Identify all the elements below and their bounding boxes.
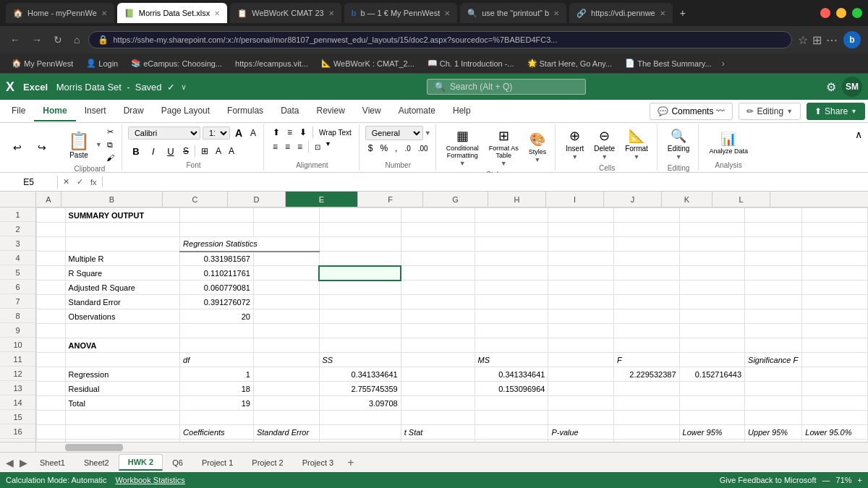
align-right-button[interactable]: ≡ (294, 140, 305, 153)
cell-f2[interactable] (401, 223, 475, 237)
paste-button[interactable]: 📋 Paste (62, 128, 95, 162)
reload-button[interactable]: ↻ (51, 33, 65, 47)
cell-l15[interactable] (802, 411, 868, 425)
cell-l1[interactable] (802, 208, 868, 223)
insert-cells-button[interactable]: ⊕ Insert ▼ (561, 126, 588, 163)
bold-button[interactable]: B (128, 143, 144, 159)
cell-a13[interactable] (37, 382, 66, 396)
row-16[interactable]: 16 (0, 424, 35, 439)
cell-e1[interactable] (319, 208, 401, 223)
cell-c15[interactable] (180, 411, 254, 425)
cell-f12[interactable] (401, 367, 475, 382)
cell-l4[interactable] (802, 252, 868, 266)
strikethrough-button[interactable]: S (180, 145, 192, 158)
sheet-tab-q6[interactable]: Q6 (163, 455, 192, 471)
cell-l13[interactable] (802, 382, 868, 396)
sheet-tab-project3[interactable]: Project 3 (293, 455, 343, 471)
cell-h7[interactable] (548, 295, 614, 309)
editing-mode-button[interactable]: ✏ Editing ▼ (739, 103, 801, 120)
cell-e11[interactable]: SS (319, 353, 401, 367)
cell-c6[interactable]: 0.060779081 (180, 281, 254, 295)
tab-vdi-close[interactable]: ✕ (660, 9, 665, 17)
analyze-data-button[interactable]: 📊 Analyze Data (705, 129, 752, 157)
tab-printout[interactable]: 🔍 use the "printout" b ✕ (460, 3, 566, 23)
align-middle-button[interactable]: ≡ (284, 126, 295, 139)
cell-g17[interactable] (475, 440, 548, 442)
cell-h14[interactable] (548, 396, 614, 411)
cell-i2[interactable] (613, 223, 679, 237)
cell-e16[interactable] (319, 425, 401, 440)
cell-f3[interactable] (401, 237, 475, 252)
cell-i10[interactable] (613, 338, 679, 353)
col-header-c[interactable]: C (163, 192, 228, 207)
cell-a8[interactable] (37, 309, 66, 324)
cell-k3[interactable] (745, 237, 802, 252)
cell-i3[interactable] (613, 237, 679, 252)
cell-g15[interactable] (475, 411, 548, 425)
cell-k12[interactable] (745, 367, 802, 382)
ribbon-tab-automate[interactable]: Automate (390, 101, 444, 121)
cell-a15[interactable] (37, 411, 66, 425)
maximize-window-btn[interactable] (852, 8, 862, 18)
cell-k11[interactable]: Significance F (745, 353, 802, 367)
cell-l2[interactable] (802, 223, 868, 237)
cell-d7[interactable] (253, 295, 319, 309)
cell-d13[interactable] (253, 382, 319, 396)
cell-c17[interactable]: 3.346392157 (180, 440, 254, 442)
cell-c16[interactable]: Coefficients (180, 425, 254, 440)
row-13[interactable]: 13 (0, 381, 35, 395)
tab-mypennwest[interactable]: b b — 1 € My PennWest ✕ (344, 3, 458, 23)
cell-g2[interactable] (475, 223, 548, 237)
cell-c12[interactable]: 1 (180, 367, 254, 382)
cell-f13[interactable] (401, 382, 475, 396)
cell-l16[interactable]: Lower 95.0% (802, 425, 868, 440)
cell-l5[interactable] (802, 266, 868, 281)
cell-e10[interactable] (319, 338, 401, 353)
select-all-button[interactable] (0, 192, 36, 207)
cell-e14[interactable]: 3.09708 (319, 396, 401, 411)
ribbon-tab-draw[interactable]: Draw (115, 101, 153, 121)
cell-d5[interactable] (253, 266, 319, 281)
cell-e9[interactable] (319, 324, 401, 338)
cell-styles-button[interactable]: 🎨 Styles ▼ (524, 129, 551, 166)
cell-d10[interactable] (253, 338, 319, 353)
forward-button[interactable]: → (29, 33, 45, 47)
close-window-btn[interactable] (820, 8, 830, 18)
redo-button[interactable]: ↪ (30, 140, 54, 155)
cell-i12[interactable]: 2.229532387 (613, 367, 679, 382)
cell-c4[interactable]: 0.331981567 (180, 252, 254, 266)
align-bottom-button[interactable]: ⬇ (297, 126, 310, 139)
cell-e13[interactable]: 2.755745359 (319, 382, 401, 396)
cell-j7[interactable] (679, 295, 745, 309)
cell-l11[interactable] (802, 353, 868, 367)
cell-d8[interactable] (253, 309, 319, 324)
sheet-tab-sheet2[interactable]: Sheet2 (75, 455, 119, 471)
zoom-in-button[interactable]: + (858, 476, 862, 484)
col-header-k[interactable]: K (662, 192, 712, 207)
bookmark-ch1[interactable]: 📖 Ch. 1 Introduction -... (422, 57, 520, 69)
cell-f11[interactable] (401, 353, 475, 367)
more-icon[interactable]: ⋯ (826, 33, 838, 47)
settings-icon[interactable]: ⚙ (826, 80, 836, 94)
cell-i9[interactable] (613, 324, 679, 338)
collections-icon[interactable]: ⊞ (812, 33, 822, 47)
back-button[interactable]: ← (7, 33, 23, 47)
hscroll-track[interactable] (36, 442, 868, 453)
cell-g7[interactable] (475, 295, 548, 309)
cell-d14[interactable] (253, 396, 319, 411)
cancel-formula-icon[interactable]: ✕ (61, 176, 72, 187)
cell-a16[interactable] (37, 425, 66, 440)
cell-c3[interactable]: Regression Statistics (180, 237, 319, 252)
ribbon-tab-home[interactable]: Home (34, 101, 75, 121)
cell-a12[interactable] (37, 367, 66, 382)
editing-ribbon-button[interactable]: 🔍 Editing ▼ (663, 126, 694, 163)
col-header-d[interactable]: D (228, 192, 286, 207)
cell-f17[interactable]: 20.88793823 (401, 440, 475, 442)
cell-j1[interactable] (679, 208, 745, 223)
cell-d1[interactable] (253, 208, 319, 223)
formula-input[interactable] (103, 176, 868, 189)
cell-c8[interactable]: 20 (180, 309, 254, 324)
bookmark-webwork[interactable]: 📐 WeBWorK : CMAT_2... (315, 57, 420, 69)
name-box[interactable]: E5 (0, 176, 58, 189)
bookmark-login[interactable]: 👤 Login (80, 57, 124, 69)
